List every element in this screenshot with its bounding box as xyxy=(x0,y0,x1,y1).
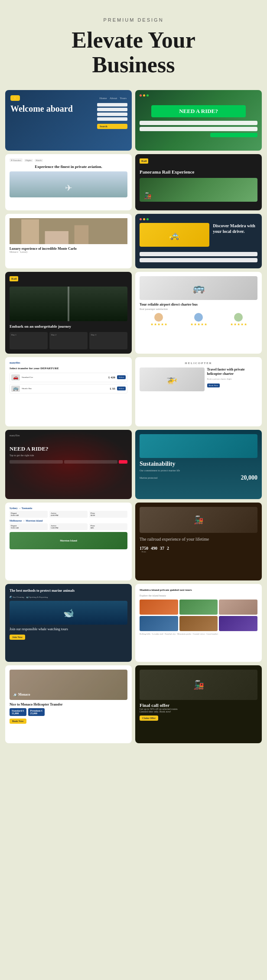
route-label-1: Sydney → Tasmania xyxy=(10,507,127,509)
photo-1 xyxy=(140,600,178,615)
route-label-2: Melbourne → Moreton island xyxy=(10,519,127,522)
stat-label: Marine protected xyxy=(140,477,157,479)
book-monaco-btn[interactable]: Book Now xyxy=(10,719,26,724)
stat-num-3: 37 xyxy=(160,546,164,551)
select-btn-1[interactable]: Select xyxy=(117,375,126,379)
price-standard: Standard € 11,000 xyxy=(10,708,26,716)
card-aviation[interactable]: ✈ Travelers Flights Hotels Experience th… xyxy=(5,154,132,210)
field-date xyxy=(97,113,127,116)
road-logo: Rail xyxy=(10,276,18,281)
search-btn[interactable]: Search xyxy=(97,124,127,129)
route-details-2: Depart9:00 AM Arrive5:00 PM Price$95 xyxy=(10,523,127,530)
card-monte-carlo[interactable]: Luxury experience of incredible Monte Ca… xyxy=(5,214,132,268)
heli-content: 🚁 Travel faster with private helicopter … xyxy=(140,368,257,394)
rail-image xyxy=(140,178,257,202)
card-taxi[interactable]: 🚕 Discover Madeira with your local drive… xyxy=(135,214,262,268)
card-nav: manyflies xyxy=(10,361,127,364)
to-field xyxy=(64,460,117,464)
price-val-2: 25,000 xyxy=(30,712,38,715)
logo: ⚡ xyxy=(10,95,20,101)
sustain-image xyxy=(140,434,257,458)
card-helicopter[interactable]: HELICOPTER 🚁 Travel faster with private … xyxy=(135,357,262,426)
discover-title: Discover Madeira with your local driver. xyxy=(213,223,257,249)
madeira-title: Madeira island private guided taxi tours xyxy=(140,588,257,592)
transfer-title: Select transfer for your DEPARTURE xyxy=(10,367,127,370)
sustain-desc: Our commitment to protect marine life xyxy=(140,469,257,472)
nav-link: Flights xyxy=(24,159,33,162)
card-marine-protection[interactable]: The best methods to protect marine anima… xyxy=(5,584,132,662)
car-label: Standard Car xyxy=(22,376,33,378)
passengers: ★★★★★ ★★★★★ ★★★★★ xyxy=(140,313,257,326)
marine-title: The best methods to protect marine anima… xyxy=(10,588,127,593)
passenger-1: ★★★★★ xyxy=(140,313,178,326)
passenger-3: ★★★★★ xyxy=(219,313,257,326)
card-sustainability[interactable]: Sustainability Our commitment to protect… xyxy=(135,430,262,499)
card-madeira-tours[interactable]: Madeira island private guided taxi tours… xyxy=(135,584,262,662)
join-btn[interactable]: Join Now xyxy=(10,635,25,640)
book-now-btn[interactable]: Book Now xyxy=(207,384,220,387)
bus-icon: 🚌 xyxy=(11,386,20,392)
stat-2: 490 xyxy=(151,546,157,553)
price: Price$120 xyxy=(89,511,127,518)
railroad-title: The railroad experience of your lifetime xyxy=(140,536,257,542)
arrive: Arrive4:00 PM xyxy=(49,511,88,518)
card-transfer-selection[interactable]: manyflies Select transfer for your DEPAR… xyxy=(5,357,132,426)
card-nav: ⚡ HomeAboutTours xyxy=(10,95,127,101)
arrive2: Arrive5:00 PM xyxy=(49,523,88,530)
hero-label: PREMIUM DESIGN xyxy=(9,17,258,23)
dot-red xyxy=(140,218,142,220)
transfer-option-1[interactable]: 🚗 Standard Car £ 420 Select xyxy=(10,373,127,382)
monte-title: Luxury experience of incredible Monte Ca… xyxy=(10,247,127,251)
photo-6 xyxy=(219,616,257,631)
card-night-ride[interactable]: manyflies NEED A RIDE? Tap to get the ri… xyxy=(5,430,132,499)
search-from xyxy=(140,121,257,125)
price2: Price$95 xyxy=(89,523,127,530)
monaco-bg-image: 🏔️ Monaco xyxy=(10,670,127,700)
whale-subtitle: Join our responsible whale watching tour… xyxy=(10,627,127,632)
card-welcome[interactable]: ⚡ HomeAboutTours Welcome aboard Search xyxy=(5,90,132,151)
card-railroad[interactable]: 🚂 The railroad experience of your lifeti… xyxy=(135,503,262,580)
final-cta-btn[interactable]: Claim Offer xyxy=(140,716,158,721)
card-road-journey[interactable]: Rail Embark on an unforgettable journey … xyxy=(5,272,132,354)
hero-title: Elevate Your Business xyxy=(9,28,258,77)
heli-brand: HELICOPTER xyxy=(140,361,257,365)
stat-4: 2 xyxy=(167,546,169,553)
booking-form: Search xyxy=(97,103,127,129)
card-nav: Rail xyxy=(10,276,127,284)
avatar-3 xyxy=(234,313,243,322)
hero-title-line1: Elevate Your xyxy=(72,28,195,52)
dot-green xyxy=(147,218,149,220)
caption-1: Rolling hills · Levadas trail · Funchal … xyxy=(140,633,257,635)
tagline: Tap to get the right ride xyxy=(10,454,127,457)
marine-image: 🐋 xyxy=(10,601,127,625)
dropoff-field xyxy=(140,258,257,262)
tour-photos xyxy=(140,600,257,631)
card-need-ride[interactable]: NEED A RIDE? xyxy=(135,90,262,151)
monaco-overlay-text: 🏔️ Monaco xyxy=(13,693,30,696)
card-nav xyxy=(140,218,257,220)
card-ferry-routes[interactable]: Sydney → Tasmania Depart8:00 AM Arrive4:… xyxy=(5,503,132,580)
stars-3: ★★★★★ xyxy=(219,322,257,326)
sustain-stats: Marine protected 20,000 xyxy=(140,474,257,481)
train-icon: 🚂 xyxy=(140,507,257,533)
car-icon: 🚗 xyxy=(11,374,20,380)
go-btn[interactable] xyxy=(119,460,127,464)
card-final-offer[interactable]: 🚂 Final call offer Get up to 50% off on … xyxy=(135,665,262,743)
pickup-field xyxy=(140,252,257,256)
rail-logo: Rail xyxy=(140,158,148,164)
monaco-title: Nice to Monaco Helicopter Transfer xyxy=(10,703,127,706)
tag-2: 🐋 Spotting & Reporting xyxy=(26,596,48,598)
card-airport-bus[interactable]: 🚌 Your reliable airport direct charter b… xyxy=(135,272,262,354)
card-rail[interactable]: Rail Panorama Rail Experience xyxy=(135,154,262,210)
card-monaco-transfer[interactable]: 🏔️ Monaco Nice to Monaco Helicopter Tran… xyxy=(5,665,132,743)
card-nav xyxy=(140,94,257,97)
photo-3 xyxy=(219,600,257,615)
aviation-title: Experience the finest in private aviatio… xyxy=(10,164,127,169)
transfer-option-2[interactable]: 🚌 Shuttle Bus £ 55 Select xyxy=(10,384,127,393)
manyflies-logo: manyflies xyxy=(10,434,127,437)
train-image: 🚂 xyxy=(140,507,257,533)
select-btn-2[interactable]: Select xyxy=(117,387,126,390)
depart2: Depart9:00 AM xyxy=(10,523,48,530)
find-ride-btn[interactable] xyxy=(210,133,257,137)
avatar-2 xyxy=(194,313,203,322)
